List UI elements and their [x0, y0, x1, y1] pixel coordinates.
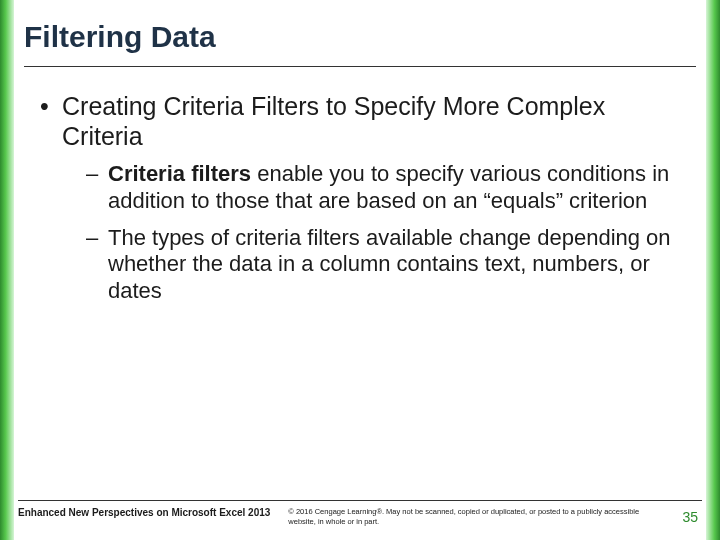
bullet-l2-item: The types of criteria filters available …: [62, 225, 680, 305]
right-accent-bar: [706, 0, 720, 540]
slide-title: Filtering Data: [24, 20, 696, 60]
bullet-list-level2: Criteria filters enable you to specify v…: [62, 161, 680, 305]
footer-row: Enhanced New Perspectives on Microsoft E…: [18, 507, 702, 526]
left-accent-bar: [0, 0, 14, 540]
footer-rule: [18, 500, 702, 501]
slide: Filtering Data Creating Criteria Filters…: [0, 0, 720, 540]
footer-source: Enhanced New Perspectives on Microsoft E…: [18, 507, 270, 518]
bullet-l1-text: Creating Criteria Filters to Specify Mor…: [62, 92, 605, 150]
bullet-l2a-bold: Criteria filters: [108, 161, 251, 186]
bullet-l1-item: Creating Criteria Filters to Specify Mor…: [40, 92, 680, 305]
title-area: Filtering Data: [24, 20, 696, 67]
page-number: 35: [682, 509, 702, 525]
bullet-list-level1: Creating Criteria Filters to Specify Mor…: [40, 92, 680, 305]
body-content: Creating Criteria Filters to Specify Mor…: [40, 92, 680, 315]
bullet-l2b-text: The types of criteria filters available …: [108, 225, 671, 304]
title-underline: [24, 66, 696, 67]
footer: Enhanced New Perspectives on Microsoft E…: [18, 500, 702, 526]
bullet-l2-item: Criteria filters enable you to specify v…: [62, 161, 680, 215]
footer-copyright: © 2016 Cengage Learning®. May not be sca…: [288, 507, 664, 526]
